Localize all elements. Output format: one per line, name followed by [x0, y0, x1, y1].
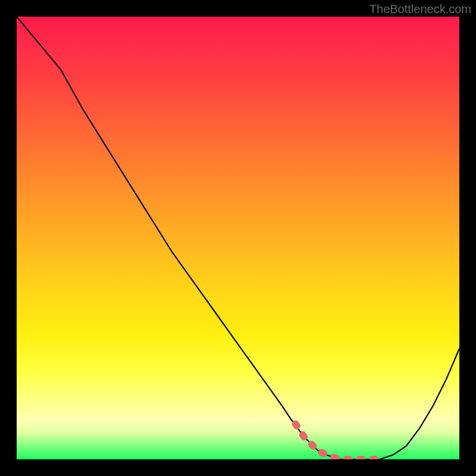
bottleneck-curve-line — [17, 17, 459, 459]
chart-svg — [17, 17, 459, 459]
plot-area — [17, 17, 459, 459]
attribution-text: TheBottleneck.com — [369, 2, 471, 16]
